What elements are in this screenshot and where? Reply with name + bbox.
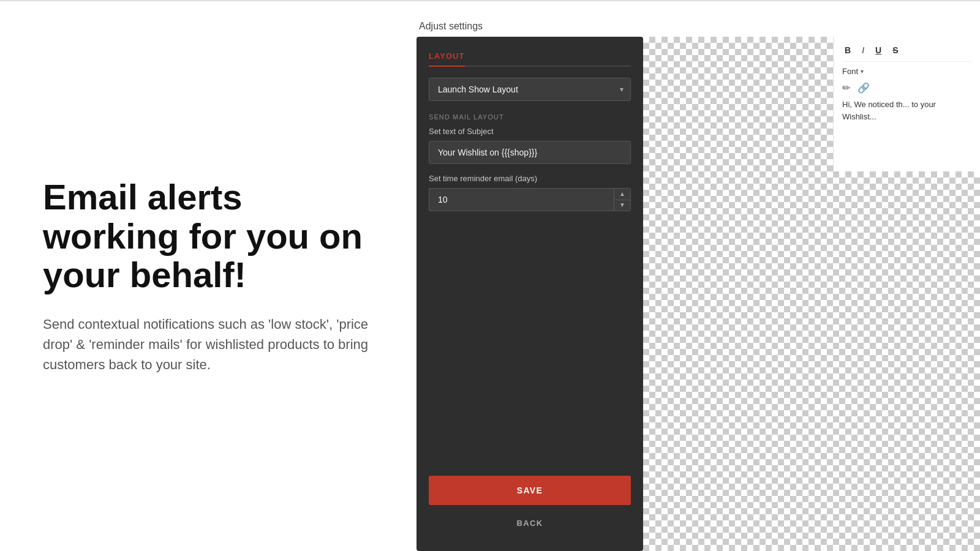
reminder-input[interactable]	[429, 188, 614, 211]
back-button[interactable]: BACK	[429, 510, 631, 536]
editor-toolbar: B I U S	[842, 44, 971, 62]
font-label: Font	[842, 67, 858, 76]
subject-field-label: Set text of Subject	[429, 127, 631, 136]
strikethrough-button[interactable]: S	[890, 44, 900, 56]
tab-nav: LAYOUT	[429, 51, 631, 67]
link-icon[interactable]: 🔗	[858, 82, 870, 94]
layout-dropdown[interactable]: Launch Show Layout Default Layout Custom…	[429, 78, 631, 101]
editor-action-row: ✏ 🔗	[842, 81, 971, 94]
reminder-field-wrapper: ▲ ▼	[429, 188, 631, 211]
section-label: SEND MAIL LAYOUT	[429, 113, 631, 121]
spinner-buttons: ▲ ▼	[614, 188, 631, 211]
hero-title: Email alerts working for you on your beh…	[43, 178, 380, 294]
left-panel: Email alerts working for you on your beh…	[0, 1, 417, 551]
layout-dropdown-wrapper: Launch Show Layout Default Layout Custom…	[429, 78, 631, 101]
reminder-field-label: Set time reminder email (days)	[429, 174, 631, 183]
font-dropdown-row: Font ▾	[842, 67, 971, 76]
underline-button[interactable]: U	[873, 44, 884, 56]
chevron-down-icon[interactable]: ▾	[861, 68, 864, 75]
hero-description: Send contextual notifications such as 'l…	[43, 314, 380, 375]
save-button[interactable]: SAVE	[429, 476, 631, 505]
adjust-settings-label: Adjust settings	[419, 13, 980, 37]
bold-button[interactable]: B	[842, 44, 853, 56]
tab-layout[interactable]: LAYOUT	[429, 51, 465, 67]
pencil-icon[interactable]: ✏	[842, 82, 850, 94]
spinner-up-button[interactable]: ▲	[614, 189, 630, 200]
settings-panel: LAYOUT Launch Show Layout Default Layout…	[417, 37, 643, 551]
editor-overlay: B I U S Font ▾ ✏ 🔗 Hi, We noticed th... …	[833, 37, 980, 171]
right-area: Adjust settings LAYOUT Launch Show Layou…	[417, 1, 980, 551]
subject-input[interactable]	[429, 141, 631, 164]
preview-panel: B I U S Font ▾ ✏ 🔗 Hi, We noticed th... …	[643, 37, 980, 551]
editor-preview-text: Hi, We noticed th... to your Wishlist...	[842, 99, 971, 122]
italic-button[interactable]: I	[859, 44, 867, 56]
panels-row: LAYOUT Launch Show Layout Default Layout…	[417, 37, 980, 551]
spinner-down-button[interactable]: ▼	[614, 200, 630, 211]
main-content: Email alerts working for you on your beh…	[0, 1, 980, 551]
